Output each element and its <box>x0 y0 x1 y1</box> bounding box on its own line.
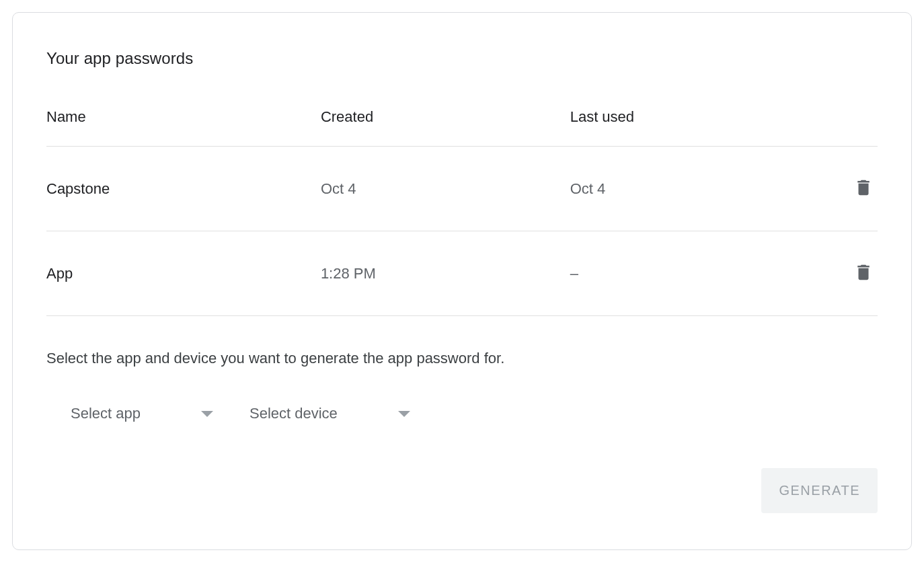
table-header: Name Created Last used <box>46 108 878 147</box>
actions-row: GENERATE <box>46 468 878 513</box>
instruction-text: Select the app and device you want to ge… <box>46 350 878 367</box>
column-header-name: Name <box>46 108 321 126</box>
cell-lastused: Oct 4 <box>570 180 837 198</box>
caret-down-icon <box>201 411 213 417</box>
dropdown-row: Select app Select device <box>46 399 878 428</box>
app-passwords-card: Your app passwords Name Created Last use… <box>12 12 912 550</box>
caret-down-icon <box>398 411 410 417</box>
column-header-created: Created <box>321 108 570 126</box>
card-title: Your app passwords <box>46 49 878 68</box>
table-row: Capstone Oct 4 Oct 4 <box>46 147 878 231</box>
table-row: App 1:28 PM – <box>46 231 878 316</box>
select-app-label: Select app <box>71 405 141 422</box>
select-device-label: Select device <box>249 405 338 422</box>
cell-name: App <box>46 265 321 282</box>
cell-lastused: – <box>570 265 837 282</box>
app-passwords-table: Name Created Last used Capstone Oct 4 Oc… <box>46 108 878 316</box>
delete-button[interactable] <box>849 172 878 205</box>
cell-created: Oct 4 <box>321 180 570 198</box>
select-device-dropdown[interactable]: Select device <box>247 399 413 428</box>
delete-button[interactable] <box>849 257 878 290</box>
cell-created: 1:28 PM <box>321 265 570 282</box>
trash-icon <box>853 261 874 286</box>
trash-icon <box>853 176 874 201</box>
cell-name: Capstone <box>46 180 321 198</box>
column-header-lastused: Last used <box>570 108 837 126</box>
generate-button[interactable]: GENERATE <box>761 468 878 513</box>
select-app-dropdown[interactable]: Select app <box>68 399 216 428</box>
